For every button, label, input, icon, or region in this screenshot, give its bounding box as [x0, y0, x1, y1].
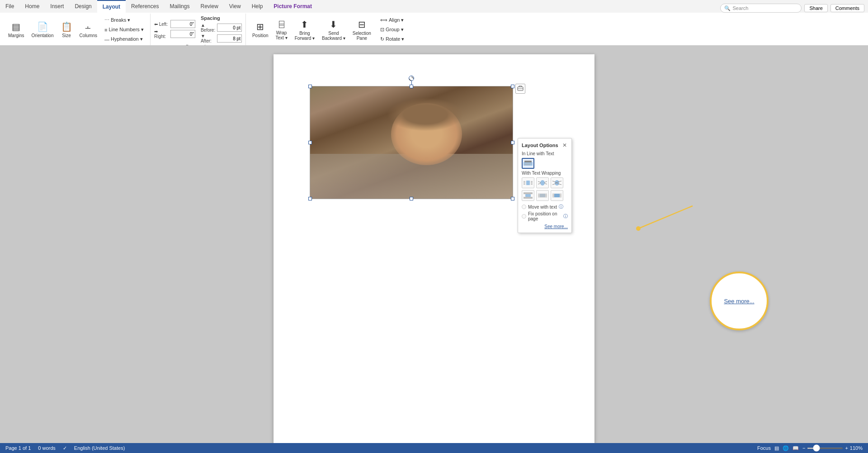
page-setup-buttons: ▤ Margins 📄 Orientation 📋 Size ⫠ Columns — [5, 14, 146, 44]
tab-home[interactable]: Home — [19, 0, 45, 13]
wrap-text-button[interactable]: ⌸ WrapText ▾ — [273, 17, 290, 43]
tab-review[interactable]: Review — [195, 0, 223, 13]
spacing-after-input[interactable] — [217, 34, 242, 43]
handle-top-left[interactable] — [308, 85, 312, 88]
callout-circle: See more... — [710, 272, 769, 330]
svg-rect-15 — [525, 194, 531, 197]
callout-see-more-text[interactable]: See more... — [724, 298, 754, 305]
align-button[interactable]: ⟺ Align ▾ — [377, 16, 407, 25]
size-button[interactable]: 📋 Size — [58, 17, 75, 43]
top-bottom-wrap-icon[interactable] — [522, 190, 534, 201]
indent-left-input[interactable] — [170, 20, 195, 28]
indent-right-input[interactable] — [170, 30, 195, 38]
share-button[interactable]: Share — [804, 4, 827, 12]
search-bar[interactable]: 🔍 Search — [720, 4, 802, 13]
ribbon-tab-bar: File Home Insert Design Layout Reference… — [0, 0, 868, 13]
spacing-before-input[interactable] — [217, 24, 242, 32]
view-read-icon[interactable]: 📖 — [793, 445, 799, 451]
panel-close-button[interactable]: ✕ — [561, 142, 568, 148]
status-left: Page 1 of 1 0 words ✓ English (United St… — [5, 445, 125, 451]
tab-picture-format[interactable]: Picture Format — [268, 0, 317, 13]
comments-button[interactable]: Comments — [830, 4, 864, 12]
hyphenation-icon: — — [104, 37, 109, 42]
rotate-button[interactable]: ↻ Rotate ▾ — [377, 35, 407, 44]
tab-view[interactable]: View — [224, 0, 246, 13]
handle-top-middle[interactable] — [410, 85, 413, 88]
fix-position-info-icon[interactable]: ⓘ — [563, 213, 568, 219]
callout-line-svg — [693, 206, 783, 242]
document-page: Layout Options ✕ In Line with Text With … — [274, 54, 594, 443]
send-backward-button[interactable]: ⬇ SendBackward ▾ — [319, 17, 348, 43]
handle-middle-left[interactable] — [308, 141, 312, 144]
layout-options-panel: Layout Options ✕ In Line with Text With … — [518, 138, 572, 233]
margins-icon: ▤ — [12, 21, 20, 32]
spacing-section: Spacing ▲ Before: ▼ After: — [201, 15, 242, 43]
view-normal-icon[interactable]: ▤ — [774, 445, 779, 451]
rotate-handle[interactable] — [409, 76, 414, 81]
selection-pane-button[interactable]: ⊟ SelectionPane — [350, 17, 374, 43]
infront-text-wrap-icon[interactable] — [551, 190, 563, 201]
position-button[interactable]: ⊞ Position — [250, 17, 271, 43]
tab-file[interactable]: File — [0, 0, 19, 13]
focus-label[interactable]: Focus — [757, 445, 771, 451]
group-button[interactable]: ⊡ Group ▾ — [377, 25, 407, 34]
handle-top-right[interactable] — [511, 85, 514, 88]
inline-layout-svg — [523, 160, 533, 167]
layout-options-trigger-button[interactable] — [515, 84, 525, 94]
selected-image-container[interactable] — [310, 86, 513, 199]
see-more-link[interactable]: See more... — [522, 224, 568, 229]
tight-wrap-svg — [538, 179, 547, 186]
document-area: Layout Options ✕ In Line with Text With … — [0, 45, 868, 443]
breaks-icon: ⋯ — [104, 17, 109, 23]
through-wrap-svg — [552, 179, 562, 186]
handle-bottom-right[interactable] — [511, 197, 514, 200]
document-image — [310, 86, 513, 199]
svg-rect-6 — [526, 181, 530, 185]
search-label: Search — [732, 5, 748, 11]
panel-title: Layout Options — [522, 143, 558, 148]
tab-layout[interactable]: Layout — [97, 0, 126, 13]
view-web-icon[interactable]: 🌐 — [783, 445, 789, 451]
indent-right-label: ➡ Right: — [154, 29, 169, 39]
margins-label: Margins — [8, 33, 24, 38]
bring-forward-button[interactable]: ⬆ BringForward ▾ — [292, 17, 317, 43]
through-wrap-icon[interactable] — [551, 177, 563, 188]
orientation-button[interactable]: 📄 Orientation — [29, 17, 57, 43]
language[interactable]: English (United States) — [74, 445, 125, 451]
spacing-label: Spacing — [201, 15, 242, 21]
square-wrap-icon[interactable] — [522, 177, 534, 188]
handle-middle-right[interactable] — [511, 141, 514, 144]
hyphenation-button[interactable]: — Hyphenation ▾ — [102, 35, 146, 44]
align-icon: ⟺ — [380, 17, 387, 23]
tab-references[interactable]: References — [126, 0, 164, 13]
tight-wrap-icon[interactable] — [536, 177, 549, 188]
move-with-text-radio[interactable] — [522, 205, 526, 209]
inline-layout-icon[interactable] — [522, 158, 534, 169]
line-numbers-button[interactable]: ≡ Line Numbers ▾ — [102, 25, 146, 34]
fix-position-label: Fix position on page — [528, 211, 561, 221]
selection-pane-icon: ⊟ — [358, 19, 366, 30]
tab-help[interactable]: Help — [246, 0, 269, 13]
paragraph-items: ⬅ Left: ➡ Right: Spacing ▲ Before: — [154, 14, 242, 43]
arrange-items: ⊞ Position ⌸ WrapText ▾ ⬆ BringForward ▾… — [250, 14, 407, 44]
bring-forward-icon: ⬆ — [301, 19, 308, 30]
margins-button[interactable]: ▤ Margins — [5, 17, 27, 43]
zoom-in-button[interactable]: + — [845, 445, 848, 451]
handle-bottom-middle[interactable] — [410, 197, 413, 200]
move-with-text-info-icon[interactable]: ⓘ — [559, 204, 563, 210]
tab-design[interactable]: Design — [69, 0, 97, 13]
svg-rect-3 — [524, 161, 532, 162]
behind-text-wrap-icon[interactable] — [536, 190, 549, 201]
orientation-icon: 📄 — [37, 21, 48, 32]
tab-mailings[interactable]: Mailings — [164, 0, 195, 13]
breaks-button[interactable]: ⋯ Breaks ▾ — [102, 16, 146, 25]
zoom-slider[interactable] — [807, 448, 843, 449]
tab-insert[interactable]: Insert — [45, 0, 69, 13]
zoom-out-button[interactable]: − — [802, 445, 805, 451]
columns-button[interactable]: ⫠ Columns — [77, 17, 100, 43]
fix-position-radio[interactable] — [522, 214, 526, 219]
handle-bottom-left[interactable] — [308, 197, 312, 200]
wrap-text-label: WrapText ▾ — [276, 30, 288, 40]
spellcheck-icon[interactable]: ✓ — [63, 445, 67, 451]
move-with-text-label: Move with text — [528, 205, 557, 210]
